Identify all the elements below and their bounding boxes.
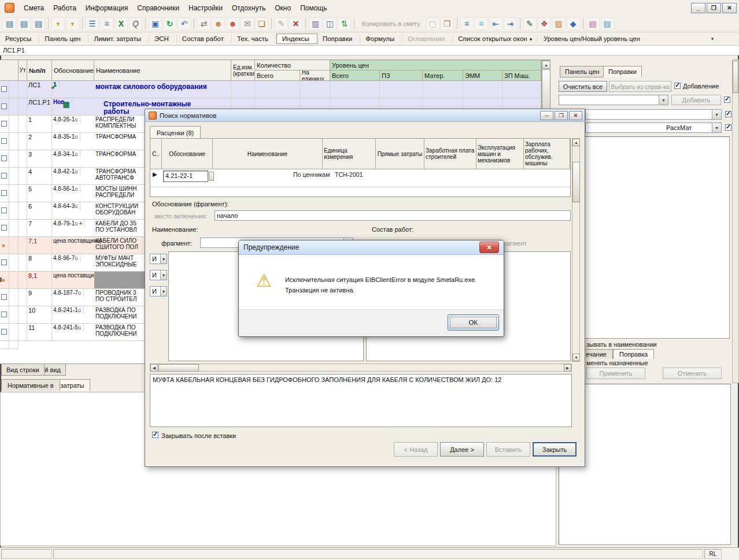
col-ut[interactable]: Ут (19, 60, 27, 81)
norm-description-box[interactable]: МУФТА КАБЕЛЬНАЯ КОНЦЕВАЯ БЕЗ ГИДРОФОБНОГ… (150, 374, 572, 427)
panel-tab[interactable]: Формулы (360, 34, 402, 43)
apply-button[interactable]: Применить (586, 368, 645, 379)
back-button[interactable]: < Назад (394, 442, 438, 457)
indent-icon[interactable]: ⇥ (504, 17, 517, 30)
col-unit[interactable]: Ед.изм.(краткая (231, 60, 255, 81)
add-apply-checkbox[interactable] (724, 97, 730, 103)
row-checkbox[interactable] (1, 86, 7, 92)
panel-tab[interactable]: Тех. часть (232, 34, 276, 43)
outdent-icon[interactable]: ⇤ (489, 17, 502, 30)
close-after-insert-checkbox[interactable] (152, 432, 158, 438)
user-add-icon[interactable]: ☻ (226, 17, 239, 30)
search-icon[interactable]: Q (129, 17, 142, 30)
save-icon[interactable]: ▣ (149, 17, 162, 30)
filter-icon[interactable]: ▼ (51, 17, 65, 30)
menu-item[interactable]: Смета (19, 2, 49, 14)
panel-tab[interactable]: Лимит. затраты (88, 34, 149, 43)
toolbar-icon[interactable] (520, 18, 520, 29)
row-checkbox[interactable] (1, 225, 7, 231)
panel-tab[interactable]: Список открытых окон▾ (453, 34, 538, 43)
box-icon[interactable]: ▢ (426, 17, 439, 30)
row-checkbox[interactable] (1, 207, 7, 213)
filter-edit-icon[interactable]: ▼ (66, 17, 79, 30)
dialog-column-header[interactable]: Прямые затраты (376, 139, 424, 169)
sort-icon[interactable]: ⇅ (338, 17, 351, 30)
menu-item[interactable]: Работа (49, 2, 81, 14)
panel-tab[interactable]: Состав работ (177, 34, 232, 43)
col-level-total[interactable]: Всего (330, 71, 380, 81)
combo2-checkbox[interactable] (725, 111, 731, 117)
tab-corrections[interactable]: Поправки (603, 66, 642, 77)
toolbar-icon[interactable] (457, 18, 457, 29)
chart2-icon[interactable]: ◫ (323, 17, 337, 30)
menu-item[interactable]: Окно (270, 2, 295, 14)
dialog-horizontal-scrollbar[interactable]: ◀ ▶ (150, 364, 572, 372)
dialog-column-header[interactable]: С.. (150, 139, 162, 169)
stamp-icon[interactable]: ◆ (567, 17, 580, 30)
code-edit-field[interactable]: 4.21-22-1 (163, 170, 208, 182)
toolbar-icon[interactable] (82, 18, 83, 29)
menu-item[interactable]: Отдохнуть (227, 2, 270, 14)
table-row[interactable]: ЛС1 1✔ монтаж силового оборудования (0, 81, 541, 98)
tab-price-panel[interactable]: Панель цен (560, 66, 604, 77)
panel-tab[interactable]: ЭСН (149, 34, 177, 43)
col-price-level[interactable]: Уровень цен (330, 60, 541, 71)
undo-icon[interactable]: ↶ (178, 17, 191, 30)
user-icon[interactable]: ☻ (212, 17, 225, 30)
chart-icon[interactable]: ▥ (309, 17, 322, 30)
copy-to-estimate-label[interactable]: Копировать в смету (357, 17, 425, 30)
row-checkbox[interactable] (1, 259, 7, 265)
maximize-button[interactable]: ❒ (707, 3, 721, 13)
shapes-icon[interactable]: ❖ (538, 17, 551, 30)
col-emm[interactable]: ЭММ (463, 71, 502, 81)
scroll-right-icon[interactable]: ▶ (564, 364, 571, 372)
col-pz[interactable]: ПЗ (380, 71, 423, 81)
dialog-column-header[interactable]: Наименование (213, 139, 323, 169)
book-blue-icon[interactable]: ▤ (601, 17, 614, 30)
tag-icon[interactable]: ❏ (255, 17, 268, 30)
dialog-column-header[interactable]: Обоснование (162, 139, 213, 169)
col-qty-per-unit[interactable]: На единицу (300, 71, 330, 81)
open-sheet-icon[interactable]: ▤ (17, 17, 31, 30)
next-button[interactable]: Далее > (440, 442, 484, 457)
scroll-up-icon[interactable]: ▲ (542, 61, 550, 69)
excel-icon[interactable]: X (114, 17, 128, 30)
menu-item[interactable]: Помощь (295, 2, 331, 14)
close-button[interactable]: ✕ (722, 3, 737, 13)
row-checkbox[interactable] (1, 311, 7, 317)
refresh-icon[interactable]: ↻ (163, 17, 176, 30)
addition-checkbox[interactable] (674, 83, 681, 89)
toolbar-icon[interactable] (305, 18, 306, 29)
dialog-column-header[interactable]: Эксплуатация машин и механизмов (476, 139, 524, 169)
panel-tab[interactable]: Оглавление (402, 34, 453, 43)
correction-combo[interactable]: ▾ (559, 95, 668, 105)
tree-icon[interactable]: ☰ (86, 17, 99, 30)
fill-icon[interactable]: ▨ (552, 17, 566, 30)
panel-tab[interactable]: Поправки (317, 34, 360, 43)
close-dialog-button[interactable]: Закрыть (533, 442, 577, 457)
dialog-vertical-scrollbar[interactable]: ▲ ▼ (572, 138, 580, 362)
panel-tab[interactable]: Индексы (276, 34, 317, 44)
warning-titlebar[interactable]: Предупреждение ✕ (239, 240, 504, 255)
menu-item[interactable]: Справочники (132, 2, 184, 14)
col-name[interactable]: Наименование (94, 60, 231, 81)
toolbar-icon[interactable] (354, 18, 354, 29)
dialog-result-row[interactable]: ▶ 4.21-22-1 По ценникам ТСН-2001 (150, 169, 570, 187)
col-material[interactable]: Матер. (423, 71, 463, 81)
dialog-titlebar[interactable]: Поиск нормативов ─ ❒ ✕ (145, 109, 585, 122)
pick-from-reference-button[interactable]: Выбрать из справ-ка (609, 81, 671, 92)
dialog-maximize-button[interactable]: ❒ (555, 111, 568, 120)
copy-sheet-icon[interactable]: ▤ (32, 17, 45, 30)
insert-button[interactable]: Вставить (486, 442, 530, 457)
row-checkbox[interactable] (1, 294, 7, 300)
tab-correction[interactable]: Поправка (613, 349, 654, 359)
minimize-button[interactable]: _ (691, 3, 705, 13)
scroll-left-icon[interactable]: ◀ (150, 364, 158, 372)
toolbar-icon[interactable] (271, 18, 272, 29)
dialog-column-header[interactable]: Единица измерения (323, 139, 376, 169)
page-copy-icon[interactable]: ⇄ (197, 17, 210, 30)
book-pink-icon[interactable]: ▤ (586, 17, 600, 30)
raskhmat-checkbox[interactable] (725, 124, 731, 131)
price-level-combo[interactable]: Уровень цен/Новый уровень цен ▾ (544, 35, 717, 42)
col-quantity[interactable]: Количество (255, 60, 330, 71)
